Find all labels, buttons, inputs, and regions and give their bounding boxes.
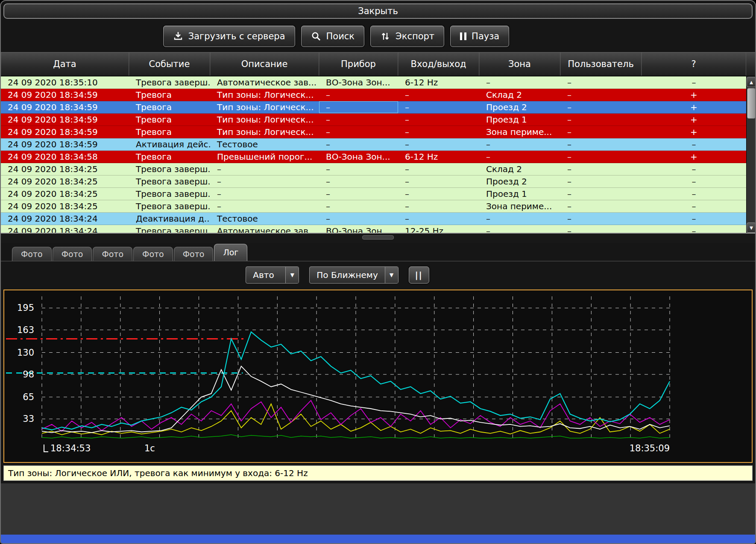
chart-pause-button[interactable]: || — [409, 266, 429, 284]
export-button[interactable]: Экспорт — [370, 26, 444, 47]
table-cell: – — [398, 138, 479, 150]
tab-log[interactable]: Лог — [214, 244, 247, 261]
table-cell: – — [319, 101, 398, 113]
table-cell: Активация дейс... — [129, 138, 210, 150]
table-cell: – — [479, 76, 560, 88]
table-row[interactable]: 24 09 2020 18:34:59ТревогаТип зоны: Логи… — [1, 114, 746, 126]
table-cell: Тревога заверш... — [129, 188, 210, 200]
tab-photo-5[interactable]: Фото — [174, 247, 214, 261]
table-cell: Тревога — [129, 126, 210, 138]
x-end-label: 18:35:09 — [630, 443, 670, 453]
axis-corner-tick — [44, 445, 48, 452]
pause-icon — [460, 32, 466, 40]
pause-label: Пауза — [472, 31, 499, 41]
table-cell: – — [398, 89, 479, 101]
table-row[interactable]: 24 09 2020 18:34:25Тревога заверш...–––З… — [1, 200, 746, 213]
table-row[interactable]: 24 09 2020 18:34:58ТревогаПревышений пор… — [1, 151, 746, 163]
table-cell: Тревога заверш... — [129, 76, 210, 88]
tab-photo-3[interactable]: Фото — [93, 247, 132, 261]
table-cell: – — [479, 213, 560, 225]
table-cell: – — [560, 151, 642, 163]
table-cell: Склад 2 — [479, 89, 560, 101]
x-interval-label: 1с — [144, 443, 155, 453]
table-cell: Проезд 2 — [479, 101, 560, 113]
tab-photo-1[interactable]: Фото — [12, 247, 52, 261]
scroll-down-button[interactable]: ▼ — [747, 222, 755, 233]
column-header[interactable]: Пользователь — [560, 53, 642, 76]
column-header[interactable]: Прибор — [319, 53, 398, 76]
table-row[interactable]: 24 09 2020 18:34:24Тревога заверш...Авто… — [1, 225, 746, 233]
scale-dropdown[interactable]: Авто ▼ — [246, 266, 299, 284]
table-cell: 24 09 2020 18:34:25 — [1, 175, 129, 187]
table-cell: – — [560, 126, 642, 138]
download-icon — [173, 31, 183, 41]
table-cell: Тревога заверш... — [129, 200, 210, 212]
chevron-down-icon[interactable]: ▼ — [285, 267, 299, 283]
close-button[interactable]: Закрыть — [3, 3, 753, 19]
chart-controls: Авто ▼ По Ближнему ▼ || — [1, 261, 755, 289]
table-cell: 24 09 2020 18:34:58 — [1, 151, 129, 163]
tab-photo-2[interactable]: Фото — [53, 247, 92, 261]
table-cell: Тестовое — [210, 213, 319, 225]
table-row[interactable]: 24 09 2020 18:34:25Тревога заверш...–––С… — [1, 163, 746, 175]
table-cell: – — [560, 213, 642, 225]
table-cell: – — [560, 200, 642, 212]
table-row[interactable]: 24 09 2020 18:34:24Деактивация д...Тесто… — [1, 213, 746, 225]
table-cell: + — [642, 101, 746, 113]
x-start-label: 18:34:53 — [50, 443, 91, 453]
column-header[interactable]: Дата — [1, 53, 129, 76]
table-cell: Тревога заверш... — [129, 163, 210, 175]
table-row[interactable]: 24 09 2020 18:34:59ТревогаТип зоны: Логи… — [1, 101, 746, 114]
table-cell: Тип зоны: Логическ... — [210, 114, 319, 126]
table-row[interactable]: 24 09 2020 18:34:59Активация дейс...Тест… — [1, 138, 746, 151]
table-cell: Автоматическое зав... — [210, 225, 319, 233]
table-cell: – — [319, 175, 398, 187]
table-cell: – — [319, 213, 398, 225]
table-row[interactable]: 24 09 2020 18:34:25Тревога заверш...–––П… — [1, 175, 746, 188]
table-cell: Тревога заверш... — [129, 225, 210, 233]
table-cell: – — [642, 225, 746, 233]
splitter-grip[interactable] — [362, 235, 394, 240]
table-cell: – — [398, 213, 479, 225]
table-cell: Превышений порог... — [210, 151, 319, 163]
table-cell: – — [642, 213, 746, 225]
table-cell: – — [479, 225, 560, 233]
table-cell: Зона периме... — [479, 200, 560, 212]
table-cell: Проезд 1 — [479, 188, 560, 200]
table-cell: ВО-Зона Зон... — [319, 76, 398, 88]
search-button[interactable]: Поиск — [301, 26, 365, 47]
table-row[interactable]: 24 09 2020 18:34:59ТревогаТип зоны: Логи… — [1, 126, 746, 138]
table-cell: – — [319, 89, 398, 101]
table-cell: 24 09 2020 18:34:59 — [1, 101, 129, 113]
table-cell: – — [210, 188, 319, 200]
column-header[interactable]: Событие — [129, 53, 210, 76]
export-icon — [380, 31, 390, 41]
scrollbar-thumb[interactable] — [747, 88, 755, 119]
table-cell: 24 09 2020 18:34:25 — [1, 188, 129, 200]
bottom-area — [1, 483, 755, 535]
table-cell: – — [398, 188, 479, 200]
scroll-up-button[interactable]: ▲ — [747, 77, 755, 87]
table-row[interactable]: 24 09 2020 18:34:59ТревогаТип зоны: Логи… — [1, 89, 746, 101]
table-cell: ВО-Зона Зон... — [319, 151, 398, 163]
table-row[interactable]: 24 09 2020 18:34:25Тревога заверш...–––П… — [1, 188, 746, 200]
table-cell: 6-12 Hz — [398, 151, 479, 163]
load-from-server-button[interactable]: Загрузить с сервера — [163, 26, 295, 47]
pause-button[interactable]: Пауза — [450, 26, 509, 47]
column-header[interactable]: ? — [642, 53, 746, 76]
table-row[interactable]: 24 09 2020 18:35:10Тревога заверш...Авто… — [1, 76, 746, 89]
vertical-scrollbar[interactable]: ▲ ▼ — [746, 76, 755, 233]
column-header[interactable]: Описание — [210, 53, 319, 76]
mode-dropdown[interactable]: По Ближнему ▼ — [309, 266, 398, 284]
table-cell: – — [560, 188, 642, 200]
table-cell: ВО-Зона Зон... — [319, 225, 398, 233]
column-header[interactable]: Зона — [479, 53, 560, 76]
table-cell: Автоматическое зав... — [210, 76, 319, 88]
column-header[interactable]: Вход/выход — [398, 53, 479, 76]
pane-splitter[interactable] — [1, 233, 755, 243]
table-cell: – — [560, 163, 642, 175]
tab-photo-4[interactable]: Фото — [133, 247, 173, 261]
scale-dropdown-value: Авто — [246, 267, 285, 283]
chevron-down-icon[interactable]: ▼ — [385, 267, 398, 283]
table-cell: – — [642, 76, 746, 88]
